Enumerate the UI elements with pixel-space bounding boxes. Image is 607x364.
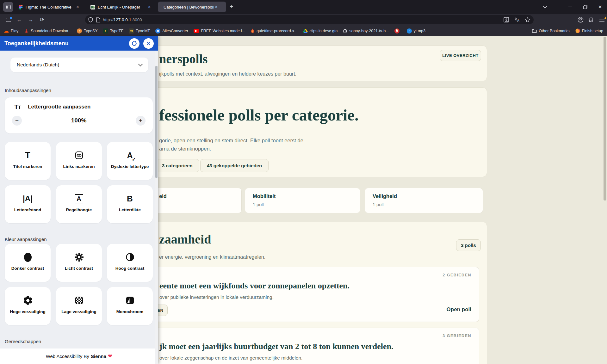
tab-close-icon[interactable]: ✕ bbox=[215, 5, 218, 9]
section-description: er energie, vergroening en klimaatmaatre… bbox=[159, 254, 265, 260]
sun-icon bbox=[74, 251, 84, 263]
panel-scrollbar-track[interactable] bbox=[155, 51, 158, 364]
increase-font-button[interactable]: + bbox=[136, 116, 146, 126]
decrease-font-button[interactable]: − bbox=[12, 116, 22, 126]
bookmark-star-icon[interactable] bbox=[525, 17, 530, 22]
page-scrollbar-thumb[interactable] bbox=[604, 37, 606, 201]
section-label-color: Kleur aanpassingen bbox=[5, 237, 47, 242]
archive-building-icon bbox=[343, 29, 347, 33]
list-all-tabs-button[interactable] bbox=[540, 0, 550, 14]
tab-title: Categorieen | Bewonerspolls bbox=[164, 5, 214, 9]
bookmark-item[interactable]: sonny-boy-2021-tv-b... bbox=[343, 29, 389, 33]
poll-description: over lokale zeggenschap en de inzet van … bbox=[159, 355, 302, 361]
bookmark-item[interactable]: mt TyoeMT bbox=[129, 28, 150, 34]
dyslexia-icon: A✓ bbox=[127, 149, 133, 162]
high-saturation-card[interactable]: Hoge verzadiging bbox=[5, 287, 51, 325]
categories-count-pill[interactable]: 3 categorieen bbox=[155, 159, 199, 172]
bookmark-item[interactable]: ⤓ Soundcloud Downloa... bbox=[24, 28, 71, 34]
other-bookmarks-button[interactable]: Other Bookmarks bbox=[532, 29, 569, 33]
bookmark-item[interactable]: ◍ AllesConverter bbox=[155, 28, 188, 34]
category-card-3[interactable]: Veiligheid 1 poll bbox=[365, 188, 483, 213]
ytmp3-icon: ◔ bbox=[407, 28, 412, 34]
forward-button[interactable]: → bbox=[26, 14, 35, 26]
tab-close-icon[interactable]: ✕ bbox=[148, 5, 151, 9]
accessibility-panel: Toegankelijkheidsmenu ✕ Nederlands (Dutc… bbox=[0, 36, 158, 364]
monochrome-card[interactable]: Monochroom bbox=[107, 287, 153, 325]
save-page-icon[interactable] bbox=[504, 17, 509, 22]
category-card-2[interactable]: Mobiliteit 1 poll bbox=[245, 188, 360, 213]
bookmark-item[interactable]: ♗ TypeTF bbox=[103, 28, 123, 34]
tab-figma[interactable]: Figma: The Collaborative Interfa ✕ bbox=[16, 0, 82, 14]
footer-brand: Sienna bbox=[91, 354, 106, 359]
bookmark-item[interactable]: ☁ Play bbox=[4, 28, 18, 34]
light-contrast-card[interactable]: Licht contrast bbox=[56, 244, 102, 282]
tab-close-icon[interactable]: ✕ bbox=[76, 5, 79, 9]
finish-setup-button[interactable]: Finish setup bbox=[575, 28, 603, 33]
bookmark-item[interactable]: clips in desc gta bbox=[303, 29, 338, 33]
font-weight-card[interactable]: B Letterdikte bbox=[107, 185, 153, 223]
letter-spacing-icon: |A| bbox=[23, 192, 33, 205]
bookmark-item[interactable]: : TypeSY bbox=[77, 28, 98, 34]
tab-bewonerspolls-active[interactable]: Categorieen | Bewonerspolls ✕ bbox=[158, 2, 226, 12]
bookmark-item[interactable]: ꙮ bbox=[394, 28, 401, 34]
low-saturation-card[interactable]: Lage verzadiging bbox=[56, 287, 102, 325]
intro-line1: gorie, open een stelling en stem direct.… bbox=[159, 138, 303, 144]
intro-heading: fessionele polls per categorie. bbox=[159, 106, 359, 124]
navigation-toolbar: ← → ⟳ http://127.0.0.1:8000 A bbox=[0, 14, 607, 26]
firefox-view-button[interactable] bbox=[3, 2, 13, 12]
new-tab-button[interactable]: + bbox=[230, 3, 233, 10]
open-poll-link[interactable]: Open poll bbox=[447, 306, 471, 313]
shield-icon bbox=[88, 17, 93, 22]
window-icon bbox=[6, 5, 11, 9]
tab-title: Figma: The Collaborative Interfa bbox=[26, 5, 72, 9]
section-label-tools: Gereedschappen bbox=[5, 339, 41, 344]
close-panel-button[interactable]: ✕ bbox=[143, 38, 154, 49]
tab-echt-eerlijk[interactable]: Echt Eerlijk - Onepager ✕ bbox=[87, 0, 154, 14]
account-icon[interactable] bbox=[578, 17, 584, 23]
poll-card-2: 3 GEBIEDEN jk moet een jaarlijks buurtbu… bbox=[133, 328, 479, 364]
category-poll-count: 1 poll bbox=[253, 202, 264, 207]
bold-icon: B bbox=[127, 192, 133, 205]
panel-scrollbar-thumb[interactable] bbox=[155, 66, 158, 178]
close-window-button[interactable]: ✕ bbox=[595, 0, 605, 14]
poll-description: over publieke investeringen in lokale ve… bbox=[159, 294, 274, 300]
intro-line2: arna de stemknoppen. bbox=[159, 146, 211, 152]
translate-icon[interactable]: A bbox=[514, 17, 520, 22]
dyslexia-font-card[interactable]: A✓ Dyslexie lettertype bbox=[107, 142, 153, 180]
poll-heading: eente moet een wijkfonds voor zonnepanel… bbox=[159, 281, 350, 291]
highlight-title-card[interactable]: T Titel markeren bbox=[5, 142, 51, 180]
language-select[interactable]: Nederlands (Dutch) bbox=[10, 58, 148, 72]
extensions-icon[interactable] bbox=[589, 17, 594, 23]
line-height-card[interactable]: A Regelhoogte bbox=[56, 185, 102, 223]
font-size-label: Lettergrootte aanpassen bbox=[28, 104, 90, 110]
typetf-icon: ♗ bbox=[103, 28, 108, 34]
font-size-card: Tᴛ Lettergrootte aanpassen − 100% + bbox=[5, 97, 153, 133]
bookmark-item[interactable]: quiettime-prorecord-x... bbox=[251, 28, 297, 33]
dark-contrast-icon bbox=[24, 251, 32, 263]
menu-button[interactable] bbox=[599, 18, 604, 22]
dark-contrast-card[interactable]: Donker contrast bbox=[5, 244, 51, 282]
site-favicon bbox=[90, 5, 95, 9]
owl-icon: ꙮ bbox=[394, 28, 400, 34]
address-bar[interactable]: http://127.0.0.1:8000 A bbox=[85, 15, 534, 24]
flower-icon bbox=[23, 294, 33, 307]
live-overview-button[interactable]: LIVE OVERZICHT bbox=[440, 50, 481, 61]
title-icon: T bbox=[25, 149, 30, 162]
areas-count-pill[interactable]: 43 gekoppelde gebieden bbox=[200, 159, 269, 172]
back-button[interactable]: ← bbox=[15, 14, 24, 26]
minimize-button[interactable] bbox=[565, 0, 576, 14]
link-icon bbox=[75, 149, 84, 162]
poll-card-1: 2 GEBIEDEN eente moet een wijkfonds voor… bbox=[133, 267, 479, 322]
bookmark-item[interactable]: ◔ yt mp3 bbox=[407, 28, 426, 34]
highlight-links-card[interactable]: Links markeren bbox=[56, 142, 102, 180]
reload-button[interactable]: ⟳ bbox=[37, 14, 47, 26]
svg-text:A: A bbox=[517, 19, 519, 22]
high-contrast-card[interactable]: Hoog contrast bbox=[107, 244, 153, 282]
font-size-icon: Tᴛ bbox=[14, 103, 21, 111]
letter-spacing-card[interactable]: |A| Letterafstand bbox=[5, 185, 51, 223]
bookmarks-toolbar: ☁ Play ⤓ Soundcloud Downloa... : TypeSY … bbox=[0, 26, 607, 36]
reset-button[interactable] bbox=[129, 38, 139, 49]
bookmark-item[interactable]: ▶ FREE Websites made f... bbox=[194, 29, 245, 33]
sidebar-toggle-button[interactable] bbox=[4, 14, 13, 26]
restore-button[interactable] bbox=[580, 0, 591, 14]
